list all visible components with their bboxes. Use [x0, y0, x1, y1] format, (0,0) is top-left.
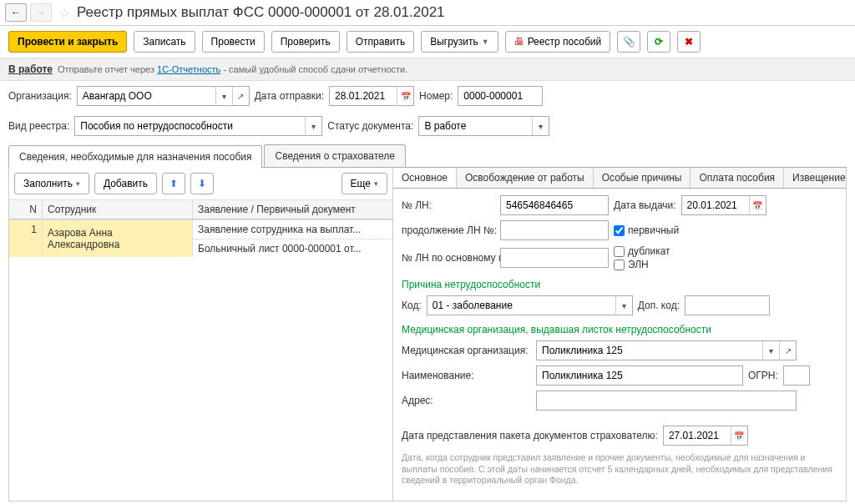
- dropdown-icon[interactable]: ▾: [615, 296, 632, 315]
- tab-insurer-info[interactable]: Сведения о страхователе: [264, 144, 406, 167]
- send-date-label: Дата отправки:: [255, 90, 324, 102]
- sub-tab-notice[interactable]: Извещение из ФСС / От: [784, 168, 846, 188]
- ogrn-label: ОГРН:: [748, 370, 778, 381]
- issue-date-label: Дата выдачи:: [614, 199, 676, 211]
- dropdown-icon[interactable]: ▾: [215, 87, 232, 105]
- primary-checkbox[interactable]: [614, 225, 625, 236]
- favorite-star-icon[interactable]: ☆: [58, 5, 70, 21]
- ln-number-label: № ЛН:: [402, 199, 495, 211]
- issue-date-input[interactable]: [682, 196, 749, 214]
- submit-date-footnote: Дата, когда сотрудник представил заявлен…: [402, 452, 837, 486]
- reason-section-header[interactable]: Причина нетрудоспособности: [402, 279, 837, 290]
- move-down-button[interactable]: ⬇: [190, 173, 214, 194]
- row-employee-cell[interactable]: Азарова Анна Александровна: [43, 220, 193, 257]
- sub-tab-special[interactable]: Особые причины: [594, 168, 691, 188]
- reg-type-group[interactable]: ▾: [74, 116, 322, 136]
- ln-main-label: № ЛН по основному месту работы:: [402, 252, 495, 264]
- row-doc1-cell[interactable]: Заявление сотрудника на выплат...: [193, 220, 392, 239]
- doc-icon: 🖶: [514, 36, 524, 48]
- row-n-cell: 1: [9, 220, 43, 257]
- submit-date-label: Дата представления пакета документов стр…: [402, 430, 658, 441]
- add-code-label: Доп. код:: [638, 300, 680, 311]
- add-button[interactable]: Добавить: [94, 173, 157, 194]
- med-org-section-header[interactable]: Медицинская организация, выдавшая листок…: [402, 324, 837, 335]
- col-header-employee[interactable]: Сотрудник: [43, 200, 193, 219]
- dropdown-icon[interactable]: ▾: [762, 341, 779, 360]
- info-text: Отправьте отчет через 1С-Отчетность - са…: [58, 64, 407, 74]
- duplicate-checkbox[interactable]: [614, 246, 625, 257]
- doc-status-group[interactable]: ▾: [418, 116, 549, 136]
- registry-button[interactable]: 🖶Реестр пособий: [505, 31, 611, 53]
- export-button[interactable]: Выгрузить▼: [421, 31, 498, 53]
- nav-forward-button[interactable]: →: [30, 3, 52, 22]
- doc-status-input[interactable]: [419, 117, 532, 135]
- ogrn-input[interactable]: [784, 366, 809, 385]
- number-input[interactable]: [458, 87, 542, 105]
- med-name-input[interactable]: [537, 366, 742, 385]
- dropdown-icon[interactable]: ▾: [305, 117, 321, 135]
- send-date-group[interactable]: 📅: [329, 86, 414, 106]
- reg-type-input[interactable]: [75, 117, 305, 135]
- doc-status-label: Статус документа:: [327, 120, 413, 132]
- cancel-icon: ✖: [685, 36, 693, 48]
- med-name-label: Наименование:: [402, 370, 531, 381]
- post-button[interactable]: Провести: [202, 31, 265, 53]
- submit-date-input[interactable]: [664, 426, 731, 445]
- primary-checkbox-label[interactable]: первичный: [614, 224, 679, 236]
- number-group[interactable]: [458, 86, 543, 106]
- ln-main-input[interactable]: [501, 249, 608, 267]
- send-button[interactable]: Отправить: [347, 31, 415, 53]
- eln-checkbox-label[interactable]: ЭЛН: [614, 259, 670, 270]
- add-code-input[interactable]: [686, 296, 769, 315]
- nav-back-button[interactable]: ←: [5, 3, 27, 22]
- org-label: Организация:: [8, 90, 72, 102]
- arrow-down-icon: ⬇: [198, 178, 206, 189]
- sub-tab-release[interactable]: Освобождение от работы: [457, 168, 594, 188]
- calendar-icon[interactable]: 📅: [397, 87, 413, 105]
- row-doc2-cell[interactable]: Больничный лист 0000-000001 от...: [193, 239, 392, 258]
- table-row[interactable]: 1 Азарова Анна Александровна Заявление с…: [9, 219, 392, 258]
- paperclip-icon: 📎: [623, 36, 635, 48]
- tab-assignment-info[interactable]: Сведения, необходимые для назначения пос…: [8, 145, 262, 168]
- check-button[interactable]: Проверить: [271, 31, 340, 53]
- addr-input[interactable]: [537, 391, 796, 410]
- move-up-button[interactable]: ⬆: [162, 173, 185, 194]
- more-button[interactable]: Еще▾: [341, 173, 387, 194]
- calendar-icon[interactable]: 📅: [749, 196, 766, 214]
- reporting-link[interactable]: 1С-Отчетность: [157, 64, 220, 74]
- fill-button[interactable]: Заполнить▾: [14, 173, 89, 194]
- status-link[interactable]: В работе: [8, 63, 53, 75]
- send-date-input[interactable]: [330, 87, 397, 105]
- open-icon[interactable]: ↗: [232, 87, 249, 105]
- code-label: Код:: [402, 300, 422, 311]
- sub-tab-main[interactable]: Основное: [393, 168, 457, 188]
- addr-label: Адрес:: [402, 395, 531, 406]
- post-and-close-button[interactable]: Провести и закрыть: [8, 31, 127, 53]
- ln-cont-label: продолжение ЛН №:: [402, 224, 495, 236]
- ln-cont-input[interactable]: [501, 221, 608, 239]
- org-input[interactable]: [78, 87, 215, 105]
- dropdown-icon[interactable]: ▾: [532, 117, 549, 135]
- col-header-doc[interactable]: Заявление / Первичный документ: [193, 200, 392, 219]
- cancel-button[interactable]: ✖: [677, 31, 701, 53]
- refresh-icon: ⟳: [655, 36, 663, 48]
- page-title: Реестр прямых выплат ФСС 0000-000001 от …: [77, 4, 445, 21]
- save-button[interactable]: Записать: [134, 31, 195, 53]
- duplicate-checkbox-label[interactable]: дубликат: [614, 245, 670, 257]
- open-icon[interactable]: ↗: [779, 341, 796, 360]
- attach-button[interactable]: 📎: [617, 31, 640, 53]
- arrow-up-icon: ⬆: [169, 178, 178, 189]
- sub-tab-payment[interactable]: Оплата пособия: [691, 168, 784, 188]
- calendar-icon[interactable]: 📅: [731, 426, 747, 445]
- reg-type-label: Вид реестра:: [8, 120, 69, 132]
- refresh-button[interactable]: ⟳: [647, 31, 670, 53]
- col-header-n[interactable]: N: [9, 200, 43, 219]
- med-org-label: Медицинская организация:: [402, 345, 531, 356]
- number-label: Номер:: [419, 90, 453, 102]
- eln-checkbox[interactable]: [614, 260, 625, 270]
- ln-number-input[interactable]: [501, 196, 608, 214]
- code-input[interactable]: [428, 296, 615, 315]
- org-input-group[interactable]: ▾ ↗: [77, 86, 250, 106]
- med-org-input[interactable]: [537, 341, 762, 360]
